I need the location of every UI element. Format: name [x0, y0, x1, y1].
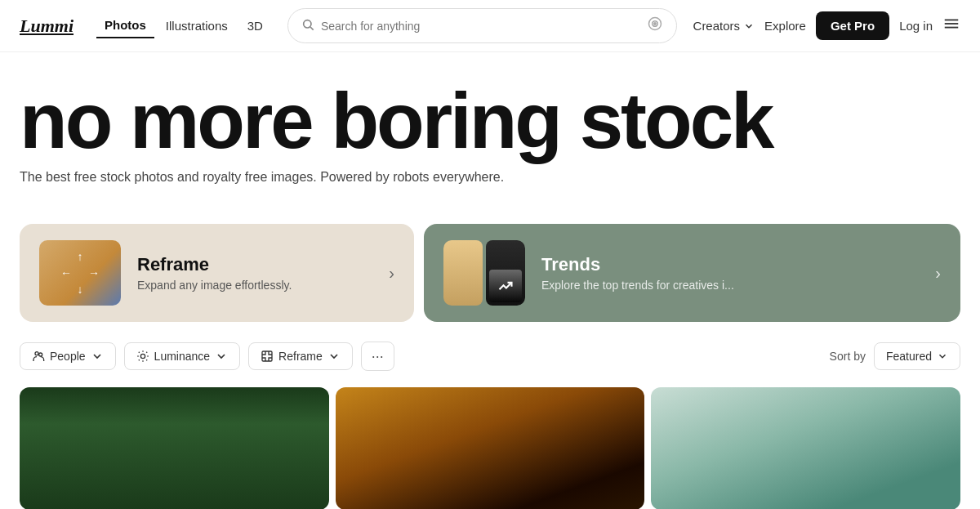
chevron-down-icon	[743, 20, 755, 32]
reframe-card-arrow: ›	[389, 264, 394, 283]
sort-value: Featured	[886, 350, 932, 363]
svg-rect-10	[262, 351, 272, 361]
photo-item[interactable]	[651, 387, 960, 509]
explore-button[interactable]: Explore	[764, 19, 806, 33]
creators-button[interactable]: Creators	[693, 19, 755, 33]
people-filter[interactable]: People	[20, 342, 116, 370]
nav-illustrations[interactable]: Illustrations	[158, 14, 236, 38]
sort-label: Sort by	[830, 350, 866, 363]
svg-point-7	[35, 352, 38, 355]
reframe-chevron-icon	[327, 350, 341, 363]
search-bar[interactable]	[287, 8, 677, 43]
luminance-icon	[136, 350, 149, 363]
logo[interactable]: Lummi	[20, 16, 74, 37]
reframe-card-info: Reframe Expand any image effortlessly.	[137, 254, 379, 292]
filter-bar: People Luminance Reframe ··· Sort by Fea…	[0, 342, 980, 371]
reframe-thumbnail: ↑ ←→ ↓	[39, 240, 121, 306]
luminance-filter-label: Luminance	[154, 350, 211, 363]
nav-3d[interactable]: 3D	[239, 14, 271, 38]
sort-chevron-icon	[937, 350, 948, 362]
luminance-chevron-icon	[215, 350, 228, 363]
trends-card-desc: Explore the top trends for creatives i..…	[541, 279, 925, 292]
reframe-card-desc: Expand any image effortlessly.	[137, 279, 379, 292]
hero-section: no more boring stock The best free stock…	[0, 52, 980, 224]
creators-label: Creators	[693, 19, 741, 33]
svg-point-9	[140, 354, 145, 358]
svg-point-0	[304, 20, 311, 27]
sort-select[interactable]: Featured	[874, 342, 960, 370]
reframe-filter[interactable]: Reframe	[248, 342, 353, 370]
people-filter-label: People	[50, 350, 86, 363]
login-button[interactable]: Log in	[899, 19, 933, 33]
hero-subtitle: The best free stock photos and royalty f…	[20, 170, 960, 185]
trends-card-arrow: ›	[935, 264, 941, 283]
luminance-filter[interactable]: Luminance	[124, 342, 241, 370]
reframe-card-title: Reframe	[137, 254, 379, 275]
people-chevron-icon	[91, 350, 104, 363]
trends-card-info: Trends Explore the top trends for creati…	[541, 254, 925, 292]
reframe-filter-label: Reframe	[278, 350, 323, 363]
navbar: Lummi Photos Illustrations 3D Creators E…	[0, 0, 980, 52]
photo-grid	[0, 387, 980, 509]
photo-item[interactable]	[336, 387, 645, 509]
nav-photos[interactable]: Photos	[96, 13, 154, 38]
hero-title: no more boring stock	[20, 82, 960, 160]
people-icon	[32, 350, 45, 363]
trends-card-title: Trends	[541, 254, 925, 275]
nav-links: Photos Illustrations 3D	[96, 13, 271, 38]
trends-card[interactable]: Trends Explore the top trends for creati…	[424, 224, 960, 322]
reframe-card[interactable]: ↑ ←→ ↓ Reframe Expand any image effortle…	[20, 224, 414, 322]
nav-right: Creators Explore Get Pro Log in	[693, 11, 960, 40]
feature-cards: ↑ ←→ ↓ Reframe Expand any image effortle…	[0, 224, 980, 322]
reframe-icon	[261, 350, 274, 363]
sort-section: Sort by Featured	[830, 342, 960, 370]
get-pro-button[interactable]: Get Pro	[816, 11, 889, 40]
svg-point-3	[653, 23, 656, 25]
trends-thumbnail	[443, 240, 525, 306]
ai-icon[interactable]	[647, 16, 663, 36]
svg-line-1	[310, 27, 314, 30]
photo-item[interactable]	[20, 387, 329, 509]
search-icon	[301, 18, 314, 34]
more-filters-button[interactable]: ···	[361, 342, 394, 371]
menu-icon[interactable]	[942, 15, 960, 37]
search-input[interactable]	[321, 20, 640, 33]
svg-point-8	[39, 353, 42, 356]
